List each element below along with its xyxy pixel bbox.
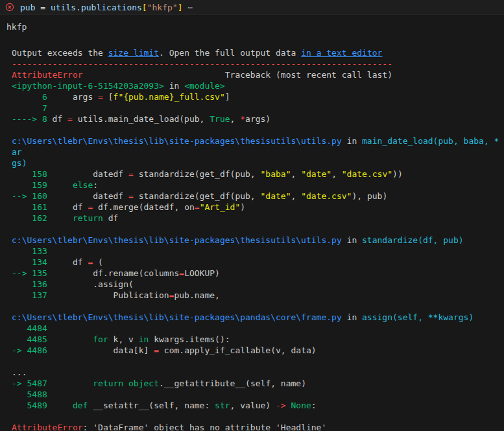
text-segment: in (164, 81, 184, 91)
traceback-line: 4484 (12, 323, 500, 334)
traceback-line: 158 datedf = standardize(get_df(pub, "ba… (12, 169, 500, 180)
text-segment: 4485 (12, 334, 47, 344)
text-segment: object (128, 379, 159, 388)
text-segment: ----------------------------------------… (12, 59, 392, 69)
traceback-line (12, 356, 500, 367)
text-segment: = (179, 268, 184, 278)
text-segment: standardize(get_df(pub, (134, 191, 261, 201)
traceback-line: gs) (12, 157, 500, 169)
text-segment: else (73, 180, 93, 190)
text-segment: "date.csv" (342, 169, 392, 179)
text-segment: AttributeError (12, 423, 83, 431)
text-segment: -> 4486 (12, 345, 47, 355)
text-segment: <ipython-input-6-5154203a2093> (12, 81, 164, 91)
text-segment: = (98, 92, 103, 102)
text-segment: df (103, 213, 118, 223)
traceback-line: c:\Users\tlebr\Envs\thesis\lib\site-pack… (12, 312, 500, 323)
notebook-error-view: pub = utils.publications["hkfp"] ⋯ hkfp … (0, 0, 504, 431)
text-segment: args (53, 92, 98, 102)
traceback-line: -> 4486 data[k] = com.apply_if_callable(… (12, 345, 500, 356)
output-size-warning: Output exceeds the size limit. Open the … (12, 47, 500, 58)
text-segment: 7 (12, 103, 53, 113)
text-segment: f"{pub.name}_full.csv" (114, 92, 225, 102)
text-segment: in (342, 312, 362, 322)
text-segment: . Open the full output data (159, 48, 301, 58)
text-segment: __setattr__(self, name: (88, 401, 215, 410)
text-segment: df.merge(datedf, on (93, 202, 195, 212)
text-segment: . (76, 3, 81, 12)
text-segment: --> 135 (12, 268, 47, 278)
text-segment: = (195, 202, 200, 212)
text-segment: def (73, 401, 88, 410)
traceback: ----------------------------------------… (12, 58, 500, 431)
text-segment: 5489 (12, 401, 47, 410)
traceback-line: 6 args = [f"{pub.name}_full.csv"] (12, 91, 500, 102)
text-segment: , (230, 114, 241, 124)
text-segment: for (93, 334, 108, 344)
text-segment: df (47, 114, 67, 124)
text-segment: = (128, 191, 134, 201)
file-path-link[interactable]: c:\Users\tlebr\Envs\thesis\lib\site-pack… (12, 136, 342, 146)
text-segment: [ (103, 92, 114, 102)
traceback-line: 161 df = df.merge(datedf, on="Art_id") (12, 202, 500, 213)
text-segment: 159 (12, 180, 47, 190)
text-segment: assign(self, **kwargs) (362, 312, 474, 322)
text-segment: args) (245, 114, 270, 124)
text-segment: df.rename(columns (47, 268, 180, 278)
text-segment: -> 5487 (12, 379, 47, 388)
text-segment: 162 (12, 213, 47, 223)
traceback-line: 136 .assign( (12, 279, 500, 290)
text-segment: df (47, 202, 88, 212)
traceback-line: 162 return df (12, 213, 500, 224)
text-segment: return (73, 213, 103, 223)
text-segment (47, 334, 93, 344)
text-segment: "Art_id" (200, 202, 241, 212)
text-segment: 134 (12, 257, 47, 267)
text-segment: datedf (47, 169, 128, 179)
text-segment (47, 379, 93, 388)
text-segment: datedf (47, 191, 128, 201)
text-segment: "date" (261, 191, 291, 201)
text-segment: .__getattribute__(self, name) (159, 379, 306, 388)
text-segment: ----> 8 (12, 114, 47, 124)
text-segment: "date.csv" (301, 191, 352, 201)
text-segment (123, 379, 128, 388)
traceback-line: 134 df = ( (12, 257, 500, 268)
traceback-line: c:\Users\tlebr\Envs\thesis\lib\site-pack… (12, 235, 500, 246)
text-segment: 5488 (12, 390, 47, 399)
text-segment: "baba" (261, 169, 291, 179)
text-segment: in (139, 334, 149, 344)
text-segment: str (215, 401, 230, 410)
traceback-line (12, 224, 500, 235)
text-segment: ), pub) (352, 191, 387, 201)
stream-output: hkfp (0, 15, 504, 32)
text-segment: Publication (47, 290, 169, 300)
text-segment: "hkfp" (147, 3, 178, 12)
text-segment: data[k] (47, 345, 154, 355)
text-segment: [ (142, 3, 147, 12)
text-segment: : (93, 180, 98, 190)
file-path-link[interactable]: c:\Users\tlebr\Envs\thesis\lib\site-pack… (12, 235, 342, 245)
text-segment: ) (240, 202, 245, 212)
file-path-link[interactable]: c:\Users\tlebr\Envs\thesis\lib\site-pack… (12, 312, 342, 322)
text-segment: AttributeError (12, 70, 83, 80)
text-segment: ] (225, 92, 230, 102)
traceback-line: ----> 8 df = utils.main_date_load(pub, T… (12, 113, 500, 124)
text-segment: -> (276, 401, 286, 410)
text-segment: )) (392, 169, 403, 179)
text-segment: 136 (12, 279, 47, 289)
text-segment: : (311, 401, 317, 410)
text-segment (47, 401, 73, 410)
text-segment: None (291, 401, 311, 410)
text-segment: LOOKUP) (184, 268, 220, 278)
text-segment: in (342, 235, 362, 245)
collapsed-code-indicator[interactable]: ⋯ (187, 3, 193, 12)
traceback-line: 5489 def __setattr__(self, name: str, va… (12, 400, 500, 411)
cell-input-line[interactable]: pub = utils.publications["hkfp"] ⋯ (0, 0, 504, 15)
traceback-line: 4485 for k, v in kwargs.items(): (12, 334, 500, 345)
text-segment: , (291, 169, 302, 179)
text-segment: , value) (230, 401, 276, 410)
open-text-editor-link[interactable]: in a text editor (301, 48, 382, 58)
size-limit-link[interactable]: size limit (108, 48, 159, 58)
text-segment: = (67, 114, 73, 124)
